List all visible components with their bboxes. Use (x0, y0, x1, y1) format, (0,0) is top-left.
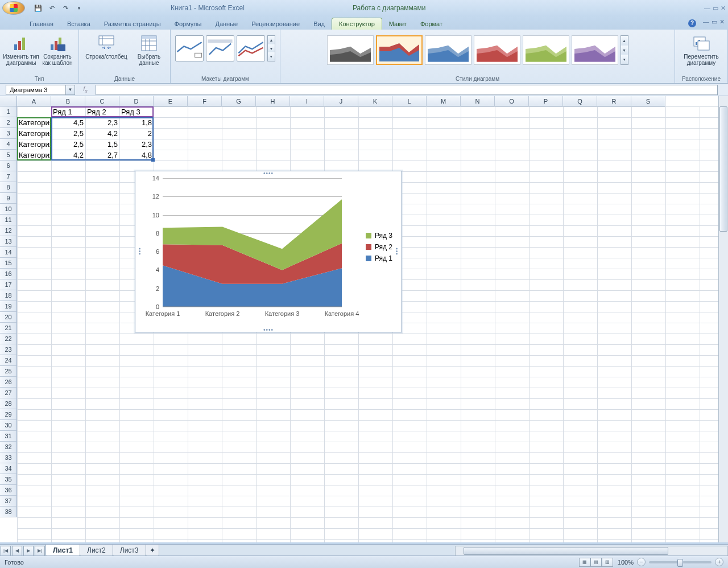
style-thumb-purple[interactable] (572, 35, 618, 65)
style-thumb-red[interactable] (474, 35, 520, 65)
row-header-14[interactable]: 14 (0, 247, 17, 258)
sheet-nav-prev-icon[interactable]: ◀ (12, 546, 22, 556)
column-header-M[interactable]: M (427, 96, 461, 106)
column-header-I[interactable]: I (290, 96, 324, 106)
legend-item[interactable]: Ряд 1 (366, 254, 392, 262)
horizontal-scrollbar[interactable] (455, 546, 728, 556)
zoom-value[interactable]: 100% (618, 559, 634, 566)
row-header-15[interactable]: 15 (0, 258, 17, 269)
style-thumb-color-selected[interactable] (376, 35, 423, 65)
row-header-17[interactable]: 17 (0, 279, 17, 290)
move-chart-button[interactable]: Переместить диаграмму (680, 32, 723, 75)
row-header-8[interactable]: 8 (0, 182, 17, 193)
column-header-R[interactable]: R (597, 96, 631, 106)
office-button[interactable] (2, 1, 25, 15)
wb-restore-icon[interactable]: ▭ (712, 18, 717, 26)
vertical-scrollbar[interactable] (718, 96, 728, 542)
column-header-F[interactable]: F (188, 96, 222, 106)
sheet-nav-last-icon[interactable]: ▶| (35, 546, 45, 556)
chart-resize-handle-b[interactable]: •••• (263, 327, 274, 333)
zoom-in-button[interactable]: + (715, 558, 723, 566)
column-header-Q[interactable]: Q (563, 96, 597, 106)
row-header-29[interactable]: 29 (0, 409, 17, 420)
formula-input[interactable] (96, 85, 718, 95)
column-header-B[interactable]: B (51, 96, 85, 106)
chart-legend[interactable]: Ряд 3Ряд 2Ряд 1 (366, 228, 392, 266)
chevron-more-icon[interactable]: ▾ (621, 55, 628, 64)
sheet-nav-next-icon[interactable]: ▶ (23, 546, 34, 556)
tab-chart-design[interactable]: Конструктор (332, 18, 382, 30)
name-box-dropdown-icon[interactable]: ▼ (66, 85, 75, 95)
layout-thumb-2[interactable] (206, 35, 234, 61)
wb-close-icon[interactable]: ✕ (719, 18, 725, 26)
layout-gallery-scroll[interactable]: ▲ ▼ ▾ (267, 35, 275, 61)
chevron-down-icon[interactable]: ▼ (621, 46, 628, 55)
row-header-11[interactable]: 11 (0, 215, 17, 225)
row-header-13[interactable]: 13 (0, 236, 17, 247)
row-header-21[interactable]: 21 (0, 323, 17, 334)
sheet-tab-Лист1[interactable]: Лист1 (46, 545, 80, 557)
row-header-35[interactable]: 35 (0, 474, 17, 485)
column-header-S[interactable]: S (631, 96, 665, 106)
change-chart-type-button[interactable]: Изменить тип диаграммы (5, 32, 38, 75)
tab-review[interactable]: Рецензирование (245, 18, 307, 30)
row-header-5[interactable]: 5 (0, 150, 17, 160)
range-handle[interactable] (151, 158, 155, 162)
column-header-J[interactable]: J (324, 96, 358, 106)
chart-object[interactable]: •••• •••• ••• ••• 02468101214Категория 1… (135, 171, 402, 332)
row-header-9[interactable]: 9 (0, 193, 17, 204)
new-sheet-button[interactable]: ✦ (146, 545, 159, 557)
switch-row-column-button[interactable]: Строка/столбец (84, 32, 129, 75)
sheet-tab-Лист2[interactable]: Лист2 (80, 545, 113, 557)
vscroll-thumb[interactable] (719, 106, 727, 232)
row-header-6[interactable]: 6 (0, 160, 17, 171)
column-header-C[interactable]: C (85, 96, 119, 106)
fx-icon[interactable]: fx (83, 85, 88, 94)
column-header-E[interactable]: E (154, 96, 188, 106)
row-header-2[interactable]: 2 (0, 117, 17, 128)
tab-chart-format[interactable]: Формат (413, 18, 449, 30)
redo-icon[interactable]: ↷ (59, 2, 72, 14)
chart-plot-area[interactable]: 02468101214Категория 1Категория 2Категор… (163, 178, 342, 307)
restore-icon[interactable]: ▭ (713, 5, 718, 12)
row-header-19[interactable]: 19 (0, 301, 17, 312)
chart-resize-handle-t[interactable]: •••• (263, 170, 274, 176)
zoom-out-button[interactable]: − (637, 558, 646, 566)
name-box[interactable]: Диаграмма 3 (6, 85, 66, 95)
chart-resize-handle-r[interactable]: ••• (394, 248, 400, 256)
zoom-slider[interactable] (649, 561, 712, 563)
column-header-G[interactable]: G (222, 96, 256, 106)
qat-dropdown-icon[interactable]: ▼ (73, 2, 85, 14)
close-icon[interactable]: ✕ (721, 5, 726, 12)
row-header-33[interactable]: 33 (0, 452, 17, 463)
column-header-P[interactable]: P (529, 96, 563, 106)
style-gallery-scroll[interactable]: ▲ ▼ ▾ (621, 35, 628, 65)
row-header-30[interactable]: 30 (0, 420, 17, 431)
sheet-nav-first-icon[interactable]: |◀ (1, 546, 11, 556)
row-header-22[interactable]: 22 (0, 334, 17, 344)
wb-minimize-icon[interactable]: — (703, 18, 709, 26)
column-header-K[interactable]: K (358, 96, 392, 106)
row-header-32[interactable]: 32 (0, 442, 17, 452)
layout-thumb-3[interactable] (237, 35, 265, 61)
tab-page-layout[interactable]: Разметка страницы (97, 18, 168, 30)
select-all-corner[interactable] (0, 96, 17, 106)
column-header-L[interactable]: L (392, 96, 427, 106)
style-thumb-grey[interactable] (327, 35, 374, 65)
row-header-36[interactable]: 36 (0, 485, 17, 496)
row-header-24[interactable]: 24 (0, 355, 17, 366)
tab-insert[interactable]: Вставка (60, 18, 97, 30)
row-header-4[interactable]: 4 (0, 139, 17, 150)
layout-thumb-1[interactable] (175, 35, 204, 61)
chevron-up-icon[interactable]: ▲ (621, 36, 628, 46)
row-header-16[interactable]: 16 (0, 269, 17, 279)
row-header-25[interactable]: 25 (0, 366, 17, 377)
row-header-26[interactable]: 26 (0, 377, 17, 388)
row-header-3[interactable]: 3 (0, 128, 17, 139)
column-header-O[interactable]: O (495, 96, 529, 106)
cells-viewport[interactable]: Ряд 1Ряд 2Ряд 3Категория 14,52,31,8Катег… (17, 106, 728, 542)
save-icon[interactable]: 💾 (32, 2, 44, 14)
legend-item[interactable]: Ряд 2 (366, 243, 392, 251)
tab-home[interactable]: Главная (23, 18, 60, 30)
row-header-10[interactable]: 10 (0, 204, 17, 215)
